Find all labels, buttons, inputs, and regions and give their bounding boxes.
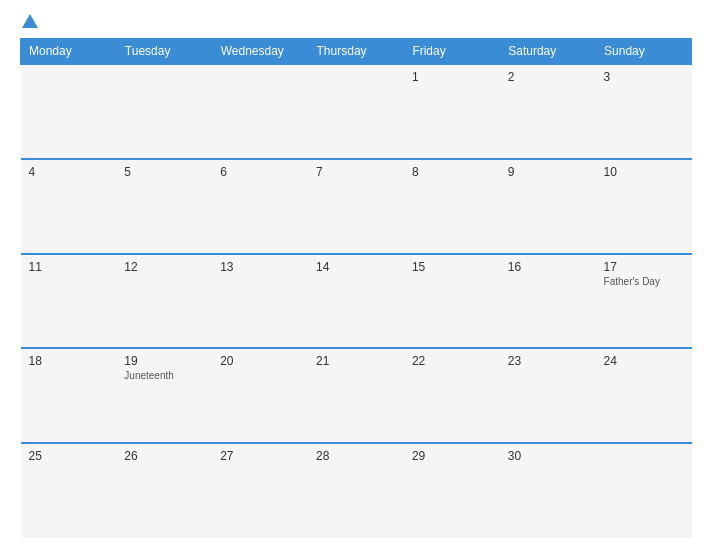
day-number: 24 xyxy=(604,354,684,368)
logo xyxy=(20,16,38,28)
calendar-cell: 25 xyxy=(21,443,117,538)
day-number: 16 xyxy=(508,260,588,274)
calendar-cell: 23 xyxy=(500,348,596,443)
calendar-cell: 30 xyxy=(500,443,596,538)
calendar-cell: 7 xyxy=(308,159,404,254)
calendar-table: MondayTuesdayWednesdayThursdayFridaySatu… xyxy=(20,38,692,538)
calendar-week-row: 11121314151617Father's Day xyxy=(21,254,692,349)
day-number: 7 xyxy=(316,165,396,179)
calendar-cell: 2 xyxy=(500,64,596,159)
calendar-cell: 3 xyxy=(596,64,692,159)
day-number: 19 xyxy=(124,354,204,368)
day-number: 13 xyxy=(220,260,300,274)
calendar-cell xyxy=(116,64,212,159)
calendar-cell: 11 xyxy=(21,254,117,349)
day-number: 2 xyxy=(508,70,588,84)
day-number: 12 xyxy=(124,260,204,274)
calendar-cell: 20 xyxy=(212,348,308,443)
calendar-week-row: 123 xyxy=(21,64,692,159)
calendar-header xyxy=(20,16,692,28)
calendar-cell: 14 xyxy=(308,254,404,349)
calendar-cell: 15 xyxy=(404,254,500,349)
day-number: 1 xyxy=(412,70,492,84)
weekday-header-row: MondayTuesdayWednesdayThursdayFridaySatu… xyxy=(21,39,692,65)
calendar-cell: 12 xyxy=(116,254,212,349)
calendar-cell: 9 xyxy=(500,159,596,254)
day-number: 20 xyxy=(220,354,300,368)
calendar-week-row: 252627282930 xyxy=(21,443,692,538)
day-number: 25 xyxy=(29,449,109,463)
day-number: 29 xyxy=(412,449,492,463)
day-number: 18 xyxy=(29,354,109,368)
day-number: 30 xyxy=(508,449,588,463)
day-number: 28 xyxy=(316,449,396,463)
day-number: 17 xyxy=(604,260,684,274)
day-number: 26 xyxy=(124,449,204,463)
calendar-cell: 27 xyxy=(212,443,308,538)
calendar-week-row: 45678910 xyxy=(21,159,692,254)
weekday-header-monday: Monday xyxy=(21,39,117,65)
weekday-header-thursday: Thursday xyxy=(308,39,404,65)
day-number: 8 xyxy=(412,165,492,179)
day-number: 15 xyxy=(412,260,492,274)
day-number: 9 xyxy=(508,165,588,179)
day-number: 5 xyxy=(124,165,204,179)
logo-triangle-icon xyxy=(22,14,38,28)
day-number: 10 xyxy=(604,165,684,179)
calendar-cell: 19Juneteenth xyxy=(116,348,212,443)
calendar-cell: 5 xyxy=(116,159,212,254)
calendar-cell: 4 xyxy=(21,159,117,254)
calendar-cell: 1 xyxy=(404,64,500,159)
calendar-cell: 26 xyxy=(116,443,212,538)
calendar-cell: 21 xyxy=(308,348,404,443)
calendar-cell: 24 xyxy=(596,348,692,443)
day-number: 27 xyxy=(220,449,300,463)
calendar-cell: 16 xyxy=(500,254,596,349)
day-number: 23 xyxy=(508,354,588,368)
calendar-cell: 29 xyxy=(404,443,500,538)
calendar-page: MondayTuesdayWednesdayThursdayFridaySatu… xyxy=(0,0,712,550)
calendar-cell xyxy=(21,64,117,159)
weekday-header-friday: Friday xyxy=(404,39,500,65)
calendar-cell: 22 xyxy=(404,348,500,443)
calendar-cell xyxy=(212,64,308,159)
day-number: 21 xyxy=(316,354,396,368)
day-number: 6 xyxy=(220,165,300,179)
weekday-header-saturday: Saturday xyxy=(500,39,596,65)
day-number: 3 xyxy=(604,70,684,84)
calendar-cell: 10 xyxy=(596,159,692,254)
day-number: 4 xyxy=(29,165,109,179)
weekday-header-sunday: Sunday xyxy=(596,39,692,65)
calendar-cell: 13 xyxy=(212,254,308,349)
weekday-header-tuesday: Tuesday xyxy=(116,39,212,65)
calendar-cell xyxy=(596,443,692,538)
calendar-cell: 28 xyxy=(308,443,404,538)
day-number: 11 xyxy=(29,260,109,274)
day-number: 22 xyxy=(412,354,492,368)
weekday-header-wednesday: Wednesday xyxy=(212,39,308,65)
calendar-cell: 18 xyxy=(21,348,117,443)
calendar-cell xyxy=(308,64,404,159)
calendar-cell: 17Father's Day xyxy=(596,254,692,349)
holiday-name: Juneteenth xyxy=(124,370,204,382)
holiday-name: Father's Day xyxy=(604,276,684,288)
calendar-cell: 6 xyxy=(212,159,308,254)
calendar-week-row: 1819Juneteenth2021222324 xyxy=(21,348,692,443)
day-number: 14 xyxy=(316,260,396,274)
calendar-cell: 8 xyxy=(404,159,500,254)
